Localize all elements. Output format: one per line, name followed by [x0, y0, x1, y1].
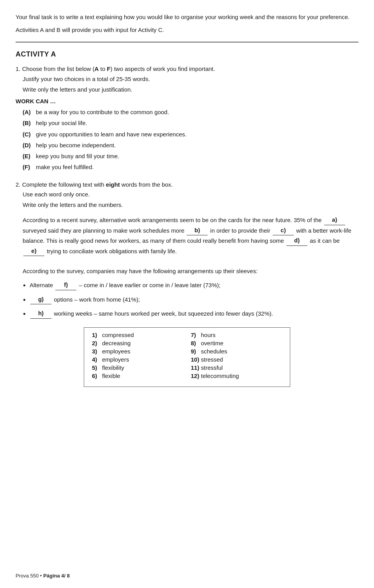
word-1: 1) compressed: [92, 332, 183, 338]
word-9: 9) schedules: [191, 348, 282, 355]
word-3: 3) employees: [92, 348, 183, 355]
list-item-b: (B) help your social life.: [23, 118, 358, 127]
item-c-text: give you opportunities to learn and have…: [36, 130, 187, 139]
section-divider: [16, 42, 358, 42]
activity-a-title: ACTIVITY A: [16, 50, 358, 58]
word-1-text: compressed: [102, 332, 134, 338]
word-10: 10) stressed: [191, 356, 282, 363]
blank-b: b): [187, 225, 208, 236]
word-5: 5) flexibility: [92, 364, 183, 371]
word-8: 8) overtime: [191, 340, 282, 346]
question-1-number: 1. Choose from the list below (A to F) t…: [16, 65, 358, 72]
word-7: 7) hours: [191, 332, 282, 338]
word-2-text: decreasing: [102, 340, 131, 346]
item-f-letter: (F): [23, 162, 34, 171]
word-6: 6) flexible: [92, 373, 183, 379]
passage-part1: According to a recent survey, alternativ…: [23, 217, 323, 223]
q1-sub1: Justify your two choices in a total of 2…: [23, 74, 358, 83]
word-12-text: telecommuting: [201, 373, 239, 379]
footer: Prova 550 • Página 4/ 8: [16, 573, 70, 579]
word-3-num: 3): [92, 348, 101, 355]
item-e-letter: (E): [23, 152, 34, 161]
word-4-num: 4): [92, 356, 101, 363]
word-box: 1) compressed 2) decreasing 3) employees…: [84, 327, 290, 387]
intro-line2: Activities A and B will provide you with…: [16, 25, 358, 34]
item-f-text: make you feel fulfilled.: [36, 162, 94, 171]
word-10-num: 10): [191, 356, 199, 363]
blank-h: h): [30, 308, 51, 319]
item-a-text: be a way for you to contribute to the co…: [36, 108, 169, 117]
q2-sub2: Write only the letters and the numbers.: [23, 200, 358, 209]
word-8-num: 8): [191, 340, 199, 346]
passage-part7: According to the survey, companies may h…: [23, 268, 258, 274]
word-11-text: stressful: [201, 364, 223, 371]
list-item-c: (C) give you opportunities to learn and …: [23, 130, 358, 139]
word-5-text: flexibility: [102, 364, 124, 371]
word-1-num: 1): [92, 332, 101, 338]
footer-text: Prova 550 • Página 4/ 8: [16, 573, 70, 579]
word-8-text: overtime: [201, 340, 224, 346]
word-7-num: 7): [191, 332, 199, 338]
word-2-num: 2): [92, 340, 101, 346]
blank-f: f): [55, 280, 76, 290]
word-7-text: hours: [201, 332, 216, 338]
bullet-item-g: g) options – work from home (41%);: [30, 294, 358, 305]
passage-text: According to a recent survey, alternativ…: [23, 215, 358, 276]
question-2-block: 2. Complete the following text with eigh…: [16, 181, 358, 387]
blank-g: g): [30, 294, 51, 305]
q2-text: Complete the following text with eight w…: [22, 181, 173, 188]
word-5-num: 5): [92, 364, 101, 371]
word-12: 12) telecommuting: [191, 373, 282, 379]
list-item-d: (D) help you become independent.: [23, 141, 358, 150]
blank-e: e): [23, 246, 44, 256]
list-item-a: (A) be a way for you to contribute to th…: [23, 108, 358, 117]
bullet-g-post: options – work from home (41%);: [52, 296, 140, 303]
q1-a: A: [95, 65, 99, 72]
word-6-text: flexible: [102, 373, 120, 379]
bullet-f-pre: Alternate: [30, 282, 55, 288]
word-10-text: stressed: [201, 356, 223, 363]
item-e-text: keep you busy and fill your time.: [36, 152, 119, 161]
word-11-num: 11): [191, 364, 199, 371]
word-6-num: 6): [92, 373, 101, 379]
blank-a: a): [324, 215, 345, 225]
word-12-num: 12): [191, 373, 199, 379]
work-can-label: WORK CAN …: [16, 98, 358, 104]
q2-bold: eight: [106, 181, 120, 188]
word-box-col1: 1) compressed 2) decreasing 3) employees…: [92, 332, 183, 381]
item-a-letter: (A): [23, 108, 34, 117]
item-c-letter: (C): [23, 130, 34, 139]
passage-part5: as it can be: [308, 237, 340, 244]
word-9-text: schedules: [201, 348, 228, 355]
word-box-row: 1) compressed 2) decreasing 3) employees…: [92, 332, 282, 381]
word-4: 4) employers: [92, 356, 183, 363]
question-2-number: 2. Complete the following text with eigh…: [16, 181, 358, 188]
list-item-e: (E) keep you busy and fill your time.: [23, 152, 358, 161]
q1-text: Choose from the list below (A to F) two …: [22, 65, 215, 72]
q1-f: F: [107, 65, 110, 72]
bullet-h-post: working weeks – same hours worked per we…: [52, 310, 273, 317]
footer-page: Página 4/ 8: [43, 573, 70, 579]
passage-part3: in order to provide their: [208, 227, 272, 234]
item-b-text: help your social life.: [36, 118, 87, 127]
word-9-num: 9): [191, 348, 199, 355]
q1-sub2: Write only the letters and your justific…: [23, 85, 358, 94]
item-b-letter: (B): [23, 118, 34, 127]
item-d-letter: (D): [23, 141, 34, 150]
blank-d: d): [286, 235, 307, 246]
passage-part6: trying to conciliate work obligations wi…: [45, 248, 177, 254]
bullet-item-f: Alternate f) – come in / leave earlier o…: [30, 280, 358, 290]
question-1-block: 1. Choose from the list below (A to F) t…: [16, 65, 358, 172]
list-item-f: (F) make you feel fulfilled.: [23, 162, 358, 171]
bullet-f-post: – come in / leave earlier or come in / l…: [77, 282, 221, 288]
item-d-text: help you become independent.: [36, 141, 116, 150]
intro-line1: Your final task is to write a text expla…: [16, 12, 358, 21]
q1-number: 1.: [16, 65, 21, 72]
word-2: 2) decreasing: [92, 340, 183, 346]
q2-num: 2.: [16, 181, 21, 188]
bullet-list: Alternate f) – come in / leave earlier o…: [30, 280, 358, 319]
passage-part2: surveyed said they are planning to make …: [23, 227, 186, 234]
word-3-text: employees: [102, 348, 131, 355]
word-11: 11) stressful: [191, 364, 282, 371]
blank-c: c): [273, 225, 294, 236]
